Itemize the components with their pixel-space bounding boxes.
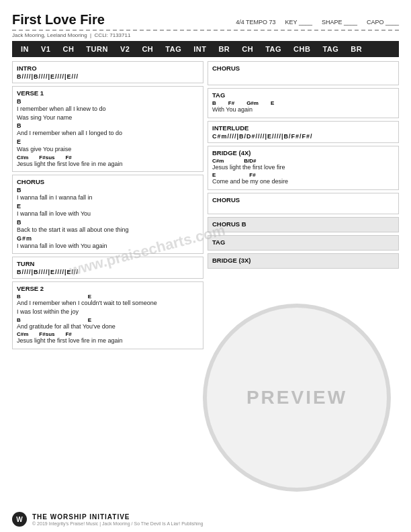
bridge-chord-row1: C#m B/D# [212, 158, 394, 164]
tag2-section: TAG [208, 235, 399, 251]
v2-lyric1: And I remember when I couldn't wait to t… [17, 300, 199, 308]
chorus-left-label: CHORUS [17, 178, 199, 185]
v1-chord-row: C#m F#sus F# [17, 154, 199, 161]
nav-br1[interactable]: BR [215, 44, 233, 54]
verse2-section: VERSE 2 B E And I remember when I couldn… [12, 281, 203, 349]
v1-chord3: E [17, 138, 199, 145]
tag-section: TAG B F# G#m E With You again [208, 88, 399, 118]
nav-bar: IN V1 CH TURN V2 CH TAG INT BR CH TAG CH… [12, 41, 399, 57]
right-column: CHORUS TAG B F# G#m E With You again INT… [208, 61, 399, 514]
nav-v1[interactable]: V1 [38, 44, 54, 54]
v2-lyric3: I was lost within the joy [17, 308, 199, 316]
v2-lyric5: Jesus light the first love fire in me ag… [17, 337, 199, 345]
v2-chord2: E [88, 294, 91, 300]
nav-v2[interactable]: V2 [117, 44, 133, 54]
nav-ch3[interactable]: CH [238, 44, 257, 54]
chorus-right-section: CHORUS [208, 61, 399, 85]
tag-lyric: With You again [212, 106, 394, 114]
footer-brand: THE WORSHIP INITIATIVE [32, 513, 203, 521]
footer-copyright: © 2019 Integrity's Praise! Music | Jack … [32, 521, 203, 526]
nav-tag1[interactable]: TAG [162, 44, 185, 54]
bridge-label: BRIDGE (4X) [212, 149, 394, 157]
bridge-chord1: C#m [212, 158, 224, 164]
chorus-right-label: CHORUS [212, 64, 394, 72]
tempo: 4/4 TEMPO 73 [236, 19, 275, 26]
v1-chord2: B [17, 122, 199, 129]
nav-ch2[interactable]: CH [138, 44, 156, 54]
intro-content: B////|B////|E////|E/// [17, 73, 199, 80]
nav-chb[interactable]: CHB [290, 44, 314, 54]
page: First Love Fire 4/4 TEMPO 73 KEY ____ SH… [0, 0, 411, 532]
bridge3x-label: BRIDGE (3X) [212, 257, 394, 264]
nav-turn[interactable]: TURN [83, 44, 111, 54]
v2-chord-row2: B E [17, 317, 199, 323]
bridge-lyric1: Jesus light the first love fire [212, 164, 394, 172]
bridge-chord3: E [212, 172, 216, 178]
ch-chord2: E [17, 203, 199, 210]
v2-chord5-3: F# [65, 331, 71, 337]
interlude-content: C#m////|B/D#////|E////|B/F#/F#/ [212, 133, 394, 140]
intro-section: INTRO B////|B////|E////|E/// [12, 61, 203, 83]
chorus-b-section: CHORUS B [208, 217, 399, 232]
header-divider [12, 30, 399, 31]
v2-lyric4: And gratitude for all that You've done [17, 323, 199, 331]
tag-chord4: E [271, 100, 274, 106]
v2-chord1: B [17, 294, 21, 300]
verse1-label: VERSE 1 [17, 89, 199, 97]
left-column: INTRO B////|B////|E////|E/// VERSE 1 B I… [12, 61, 203, 514]
intro-label: INTRO [17, 64, 199, 72]
v2-chord-row1: B E [17, 294, 199, 300]
tag-chord1: B [212, 100, 216, 106]
bridge-chord4: F# [249, 172, 255, 178]
chorus2-section: CHORUS [208, 193, 399, 214]
verse2-label: VERSE 2 [17, 285, 199, 292]
verse1-section: VERSE 1 B I remember when all I knew to … [12, 86, 203, 172]
shape-label: SHAPE ____ [322, 19, 357, 26]
author-line: Jack Mooring, Leeland Mooring | CCLI: 71… [12, 32, 399, 38]
song-title: First Love Fire [12, 12, 105, 28]
bridge-chord-row2: E F# [212, 172, 394, 178]
v1-lyric1: I remember when all I knew to do [17, 105, 199, 114]
nav-tag3[interactable]: TAG [319, 44, 342, 54]
interlude-label: INTERLUDE [212, 124, 394, 132]
v1-lyric7: Jesus light the first love fire in me ag… [17, 161, 199, 169]
tag-chord2: F# [228, 100, 234, 106]
ch-lyric1: I wanna fall in I wanna fall in [17, 194, 199, 202]
chorus-b-label: CHORUS B [212, 220, 394, 228]
v1-lyric6: Was give You praise [17, 146, 199, 154]
bridge-section: BRIDGE (4X) C#m B/D# Jesus light the fir… [208, 146, 399, 190]
v2-chord-row3: C#m F#sus F# [17, 331, 199, 337]
v2-chord4: E [88, 317, 91, 323]
tag2-label: TAG [212, 238, 394, 246]
bridge-chord2: B/D# [244, 158, 256, 164]
footer: W THE WORSHIP INITIATIVE © 2019 Integrit… [12, 512, 399, 527]
v1-chord4-3: F# [65, 154, 71, 161]
tag-chord-row: B F# G#m E [212, 100, 394, 106]
ch-chord3: B [17, 219, 199, 226]
chorus2-label: CHORUS [212, 196, 394, 204]
v1-lyric3: Was sing Your name [17, 114, 199, 122]
capo-label: CAPO ____ [367, 19, 399, 26]
v2-chord3: B [17, 317, 21, 323]
tag-chord3: G#m [246, 100, 259, 106]
footer-brand-block: THE WORSHIP INITIATIVE © 2019 Integrity'… [32, 513, 203, 526]
key-label: KEY ____ [285, 19, 312, 26]
ch-lyric3: Back to the start it was all about one t… [17, 226, 199, 234]
nav-int[interactable]: INT [190, 44, 210, 54]
tag-label: TAG [212, 91, 394, 99]
ch-lyric2: I wanna fall in love with You [17, 210, 199, 218]
nav-ch1[interactable]: CH [59, 44, 77, 54]
nav-br2[interactable]: BR [347, 44, 365, 54]
bridge3x-section: BRIDGE (3X) [208, 253, 399, 269]
nav-tag2[interactable]: TAG [262, 44, 285, 54]
nav-in[interactable]: IN [17, 44, 32, 54]
main-columns: INTRO B////|B////|E////|E/// VERSE 1 B I… [12, 61, 399, 514]
v2-chord5-1: C#m [17, 331, 28, 337]
v2-chord5-2: F#sus [39, 331, 54, 337]
header-meta: 4/4 TEMPO 73 KEY ____ SHAPE ____ CAPO __… [236, 19, 399, 26]
v1-chord4-2: F#sus [39, 154, 54, 161]
interlude-section: INTERLUDE C#m////|B/D#////|E////|B/F#/F#… [208, 121, 399, 143]
v1-lyric4: And I remember when all I longed to do [17, 130, 199, 138]
footer-logo: W [12, 512, 27, 527]
ch-chord1: B [17, 187, 199, 193]
